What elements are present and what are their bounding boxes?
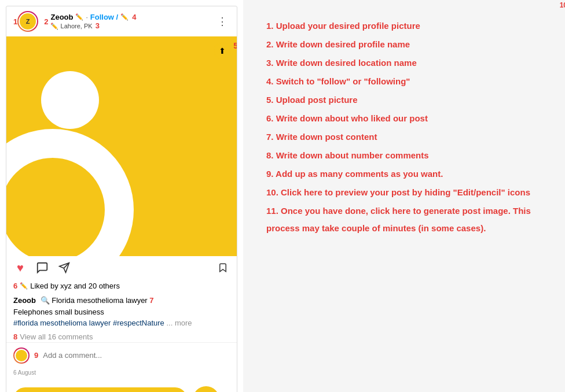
username: Zeoob	[50, 13, 73, 21]
like-button[interactable]: ♥	[13, 261, 27, 275]
post-header-info: Zeoob ✏️ · Follow / ✏️ 4 ✏️ Lahore, PK 3	[50, 13, 215, 30]
instruction-10: 10. Click here to preview your post by h…	[266, 184, 533, 201]
follow-button[interactable]: Follow /	[90, 13, 118, 21]
instruction-4: 4. Switch to "follow" or "following"	[266, 73, 533, 90]
edit-username-icon[interactable]: ✏️	[75, 13, 83, 21]
post-actions: ♥	[6, 256, 237, 279]
instruction-5: 5. Upload post picture	[266, 91, 533, 109]
post-image[interactable]: ⬆ 5	[6, 36, 237, 256]
view-comments-text: View all 16 comments	[20, 332, 93, 341]
instruction-2: 2. Write down desired profile name	[266, 36, 533, 53]
edit-location-icon[interactable]: ✏️	[50, 23, 58, 29]
username-row: Zeoob ✏️ · Follow / ✏️ 4	[50, 13, 215, 21]
avatar-letter: Z	[26, 18, 30, 25]
hashtags: #florida mesothelioma lawyer #respectNat…	[13, 319, 164, 327]
label-7: 7	[149, 296, 153, 305]
label-3: 3	[96, 21, 100, 30]
label-5: 5	[233, 41, 237, 50]
post-timestamp: 6 August	[6, 368, 237, 380]
view-comments-button[interactable]: 8 View all 16 comments	[6, 331, 237, 342]
avatar-inner: Z	[19, 12, 37, 31]
caption-username: Zeoob	[13, 296, 36, 305]
instruction-7: 7. Write down post content	[266, 128, 533, 146]
comment-avatar	[13, 347, 30, 364]
bottom-bar: SAVE YOUR POST 11 10 10	[6, 380, 237, 393]
instruction-1: 1. Upload your desired profile picture	[266, 17, 533, 35]
caption-section: Zeoob 🔍 Florida mesothelioma lawyer 7 Fe…	[6, 293, 237, 331]
instructions: 1. Upload your desired profile picture 2…	[266, 17, 533, 238]
add-comment-input[interactable]	[43, 351, 230, 360]
instruction-8: 8. Write down about number comments	[266, 147, 533, 164]
post-location: ✏️ Lahore, PK 3	[50, 21, 215, 30]
comment-button[interactable]	[35, 261, 49, 275]
instruction-3: 3. Write down desired location name	[266, 54, 533, 72]
location-text: Lahore, PK	[61, 23, 93, 29]
add-comment-section: 9	[6, 342, 237, 368]
likes-text: Liked by xyz and 20 others	[30, 282, 120, 290]
upload-post-button[interactable]: ⬆ 5	[214, 42, 231, 60]
label-10: 10	[560, 1, 565, 9]
label-6: 6	[13, 282, 17, 290]
post-card: 1 Z 2 Zeoob ✏️ · Follow / ✏️ 4 ✏️ Lah	[6, 6, 237, 392]
instruction-11: 11. Once you have done, click here to ge…	[266, 202, 533, 237]
avatar[interactable]: Z	[17, 11, 38, 32]
dot-separator: ·	[86, 13, 87, 21]
label-4: 4	[132, 13, 136, 21]
instruction-9: 9. Add up as many comments as you want.	[266, 165, 533, 183]
preview-button[interactable]: 10	[193, 386, 219, 393]
post-image-decorations	[6, 36, 237, 256]
more-link[interactable]: ... more	[166, 319, 192, 327]
edit-likes-icon[interactable]: ✏️	[20, 282, 28, 290]
share-button[interactable]	[57, 261, 71, 275]
label-9: 9	[34, 351, 38, 360]
post-header: 1 Z 2 Zeoob ✏️ · Follow / ✏️ 4 ✏️ Lah	[6, 6, 237, 36]
label-8: 8	[13, 332, 17, 341]
bookmark-button[interactable]	[216, 261, 230, 275]
likes-section: 6 ✏️ Liked by xyz and 20 others	[6, 279, 237, 293]
image-circle	[41, 71, 99, 129]
more-options-button[interactable]: ⋮	[215, 14, 230, 29]
caption-emoji: 🔍	[41, 296, 50, 305]
caption-sub: Felephones small business	[13, 308, 104, 316]
right-panel: 1. Upload your desired profile picture 2…	[243, 0, 565, 392]
label-2: 2	[44, 17, 48, 26]
edit-follow-icon[interactable]: ✏️	[120, 13, 129, 21]
label-1: 1	[13, 17, 17, 26]
left-panel: 1 Z 2 Zeoob ✏️ · Follow / ✏️ 4 ✏️ Lah	[0, 0, 243, 392]
image-arc	[6, 129, 134, 256]
instruction-6: 6. Write down about who liked our post	[266, 110, 533, 127]
action-icons: ♥	[13, 261, 216, 275]
save-post-button[interactable]: SAVE YOUR POST 11	[13, 387, 187, 392]
comment-avatar-inner	[14, 349, 28, 363]
caption-text: Florida mesothelioma lawyer	[52, 296, 147, 305]
